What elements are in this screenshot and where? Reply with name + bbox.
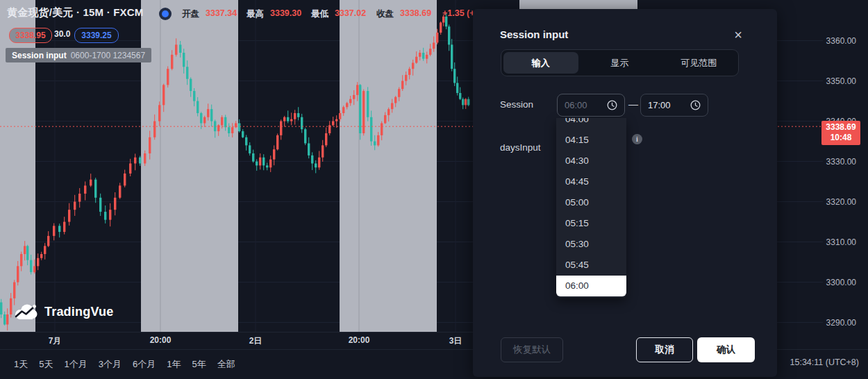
dropdown-option[interactable]: 04:30 bbox=[556, 151, 626, 171]
dropdown-option[interactable]: 04:00 bbox=[556, 118, 626, 130]
last-price-badge: 3338.69 10:48 bbox=[821, 121, 860, 145]
price-axis-label: 3320.00 bbox=[826, 197, 856, 207]
range-button[interactable]: 6个月 bbox=[133, 358, 156, 371]
ohlc-label: 最高 bbox=[247, 8, 264, 20]
price-axis-label: 3300.00 bbox=[826, 278, 856, 287]
session-input-modal: Session input × 输入显示可见范围 Session 06:00 —… bbox=[473, 9, 777, 377]
tradingvue-logo: TradingVue bbox=[12, 301, 113, 322]
dropdown-option[interactable]: 05:00 bbox=[556, 192, 626, 213]
symbol-title[interactable]: 黄金现货/美元 · 15M · FXCM bbox=[7, 6, 144, 19]
clock-icon[interactable] bbox=[607, 100, 617, 110]
price-axis-label: 3350.00 bbox=[826, 76, 856, 86]
modal-title: Session input bbox=[500, 28, 568, 40]
info-icon[interactable]: i bbox=[632, 134, 642, 144]
clock-utc: 15:34:11 (UTC+8) bbox=[790, 357, 859, 367]
tab-active[interactable]: 输入 bbox=[503, 52, 578, 74]
ohlc-label: 最低 bbox=[311, 8, 328, 20]
ohlc-label: 开盘 bbox=[182, 8, 199, 20]
range-button[interactable]: 1天 bbox=[14, 358, 28, 371]
session-end-input[interactable]: 17:00 bbox=[640, 94, 708, 117]
confirm-button[interactable]: 确认 bbox=[697, 337, 755, 362]
price-axis-label: 3360.00 bbox=[826, 36, 856, 46]
modal-tabbar: 输入显示可见范围 bbox=[501, 49, 739, 76]
range-button[interactable]: 1年 bbox=[167, 358, 181, 371]
ohlc-value: 3337.34 bbox=[206, 8, 237, 18]
spread-value: 30.0 bbox=[54, 29, 70, 39]
logo-text: TradingVue bbox=[44, 305, 113, 319]
last-price-time: 10:48 bbox=[821, 133, 860, 143]
dropdown-list: 04:0004:1504:3004:4505:0005:1505:3005:45… bbox=[556, 118, 626, 296]
axis-separator bbox=[0, 332, 473, 332]
range-button[interactable]: 5天 bbox=[39, 358, 53, 371]
session-start-input[interactable]: 06:00 bbox=[557, 94, 625, 117]
ohlc-value: 3338.69 bbox=[400, 8, 431, 18]
ask-price-badge[interactable]: 3339.25 bbox=[74, 28, 119, 43]
ohlc-value: 3339.30 bbox=[270, 8, 301, 18]
session-field-label: Session bbox=[500, 99, 533, 110]
cancel-button[interactable]: 取消 bbox=[636, 337, 693, 362]
price-axis-label: 3310.00 bbox=[826, 237, 856, 247]
tab-item[interactable]: 可见范围 bbox=[661, 52, 736, 74]
range-button[interactable]: 5年 bbox=[192, 358, 206, 371]
dropdown-option[interactable]: 04:15 bbox=[556, 130, 626, 151]
time-options-dropdown[interactable]: 04:0004:1504:3004:4505:0005:1505:3005:45… bbox=[556, 118, 626, 298]
session-start-value: 06:00 bbox=[565, 100, 587, 110]
time-axis-label: 20:00 bbox=[349, 335, 370, 345]
symbol-status-icon bbox=[159, 8, 172, 20]
dropdown-option[interactable]: 04:45 bbox=[556, 171, 626, 192]
last-price-value: 3338.69 bbox=[821, 122, 860, 133]
price-axis-label: 3290.00 bbox=[826, 318, 856, 328]
indicator-params: 0600-1700 1234567 bbox=[71, 51, 145, 60]
dropdown-option[interactable]: 05:30 bbox=[556, 234, 626, 255]
time-axis-label: 2日 bbox=[249, 335, 262, 347]
dropdown-option[interactable]: 06:00 bbox=[556, 276, 626, 296]
price-axis-label: 3330.00 bbox=[826, 157, 856, 167]
time-axis-label: 20:00 bbox=[150, 335, 172, 345]
range-toolbar: 1天5天1个月3个月6个月1年5年全部 bbox=[0, 350, 486, 379]
time-axis-label: 3日 bbox=[449, 335, 462, 347]
bid-price-badge[interactable]: 3338.95 bbox=[9, 28, 52, 43]
dropdown-option[interactable]: 05:45 bbox=[556, 255, 626, 276]
days-input-label: daysInput bbox=[500, 142, 541, 153]
change-value: +1.35 (+ bbox=[442, 8, 475, 18]
clock-icon[interactable] bbox=[690, 100, 701, 110]
range-button[interactable]: 3个月 bbox=[99, 358, 122, 371]
range-button[interactable]: 1个月 bbox=[64, 358, 87, 371]
session-end-value: 17:00 bbox=[648, 100, 671, 110]
cloud-chart-icon bbox=[12, 301, 40, 322]
tab-item[interactable]: 显示 bbox=[583, 52, 658, 74]
close-icon[interactable]: × bbox=[729, 26, 747, 44]
trading-app: 黄金现货/美元 · 15M · FXCM 开盘3337.34最高3339.30最… bbox=[0, 0, 868, 379]
ohlc-value: 3337.02 bbox=[335, 8, 366, 18]
range-button[interactable]: 全部 bbox=[217, 358, 235, 371]
dropdown-option[interactable]: 05:15 bbox=[556, 213, 626, 234]
range-separator: — bbox=[628, 99, 638, 110]
time-axis-label: 7月 bbox=[49, 335, 62, 347]
indicator-name: Session input bbox=[12, 51, 67, 60]
restore-defaults-button[interactable]: 恢复默认 bbox=[501, 337, 563, 362]
ohlc-label: 收盘 bbox=[376, 8, 394, 20]
indicator-legend[interactable]: Session input 0600-1700 1234567 bbox=[6, 48, 151, 62]
